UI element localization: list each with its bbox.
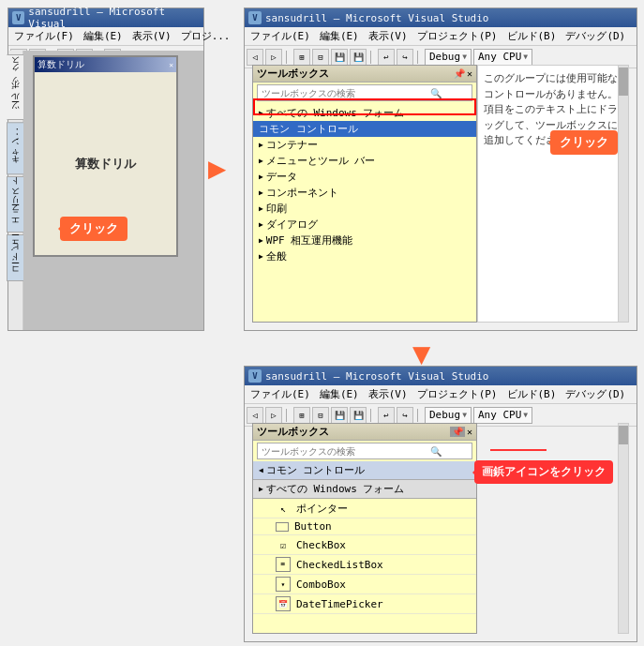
tree-item-9[interactable]: ▶ 全般 — [253, 248, 476, 264]
tree-item-7[interactable]: ▶ ダイアログ — [253, 217, 476, 233]
sidebar-tab-toolbox[interactable]: ツールボックス — [7, 54, 24, 120]
tree-item-0[interactable]: ▶ すべての Windows フォーム — [253, 105, 476, 121]
bt-sep3 — [417, 409, 421, 422]
menu-view[interactable]: 表示(V) — [128, 28, 175, 44]
sidebar-tab-3[interactable]: エラーリスト — [7, 176, 24, 233]
topright-click-label: クリック — [560, 135, 608, 149]
expand-icon-7: ▶ — [259, 220, 263, 229]
bt-menu-view[interactable]: 表示(V) — [365, 386, 412, 402]
category-header[interactable]: ◀ コモン コントロール — [253, 461, 476, 480]
tree-label-8: WPF 相互運用機能 — [266, 233, 353, 248]
topleft-titlebar: V sansudrill – Microsoft Visual — [8, 8, 203, 27]
tr-tb-1[interactable]: ⊞ — [293, 49, 310, 66]
cpu-dropdown[interactable]: Any CPU ▼ — [473, 49, 532, 66]
bottom-toolbox-search-input[interactable] — [262, 446, 430, 457]
comp-datetimepicker[interactable]: 📅 DateTimePicker — [253, 594, 476, 614]
tr-menu-debug[interactable]: デバッグ(D) — [562, 28, 629, 44]
tr-menu-view[interactable]: 表示(V) — [365, 28, 412, 44]
sidebar-tab-2[interactable]: キャン... — [7, 122, 24, 174]
expand-icon-4: ▶ — [259, 173, 263, 181]
bt-menu-proj[interactable]: プロジェクト(P) — [413, 386, 502, 402]
all-forms-label: すべての Windows フォーム — [266, 482, 405, 496]
bottom-toolbox-search-box: 🔍 — [257, 443, 472, 459]
tree-item-2[interactable]: ▶ コンテナー — [253, 137, 476, 153]
form-body-text: 算数ドリル — [75, 156, 136, 173]
comp-combobox-label: ComboBox — [296, 578, 346, 591]
bt-tb-4[interactable]: 💾 — [350, 407, 367, 424]
menu-file[interactable]: ファイル(F) — [10, 28, 78, 44]
tr-menu-build[interactable]: ビルド(B) — [503, 28, 561, 44]
topright-titlebar: V sansudrill – Microsoft Visual Studio — [245, 8, 637, 27]
tr-menu-proj[interactable]: プロジェクト(P) — [413, 28, 502, 44]
tree-label-7: ダイアログ — [266, 218, 318, 232]
comp-checkbox[interactable]: ☑ CheckBox — [253, 535, 476, 555]
comp-checkedlistbox[interactable]: ≡ CheckedListBox — [253, 555, 476, 575]
category-expand-icon: ◀ — [259, 466, 263, 474]
sidebar-tab-4[interactable]: コードビュー — [7, 234, 24, 281]
bottom-balloon-label: 画鋲アイコンをクリック — [482, 465, 606, 478]
toolbox-pin-icon[interactable]: 📌 — [454, 68, 465, 79]
expand-icon-6: ▶ — [259, 204, 263, 213]
comp-checkedlistbox-label: CheckedListBox — [296, 559, 383, 571]
scrollbar-thumb[interactable] — [619, 68, 628, 96]
tree-item-1[interactable]: コモン コントロール — [253, 121, 476, 137]
bt-tb-redo[interactable]: ↪ — [397, 407, 413, 424]
menu-proj[interactable]: プロジ... — [177, 28, 234, 44]
vs-icon-topright: V — [248, 11, 262, 24]
scrollbar-right[interactable] — [618, 65, 629, 323]
bt-menu-edit[interactable]: 編集(E) — [316, 386, 363, 402]
comp-button-label: Button — [294, 520, 332, 533]
comp-button[interactable]: Button — [253, 518, 476, 535]
tree-item-4[interactable]: ▶ データ — [253, 169, 476, 185]
tr-tb-3[interactable]: 💾 — [331, 49, 348, 66]
tr-tb-2[interactable]: ⊟ — [312, 49, 329, 66]
bt-tb-undo[interactable]: ↩ — [378, 407, 395, 424]
tree-item-5[interactable]: ▶ コンポーネント — [253, 185, 476, 201]
bt-scrollbar-right[interactable] — [618, 423, 629, 634]
tr-tb-undo[interactable]: ↩ — [378, 49, 395, 66]
tr-menu-edit[interactable]: 編集(E) — [316, 28, 363, 44]
comp-checkbox-label: CheckBox — [296, 539, 346, 551]
bt-pin-icon[interactable]: 📌 — [450, 427, 465, 437]
comp-pointer[interactable]: ↖ ポインター — [253, 499, 476, 518]
debug-dropdown[interactable]: Debug ▼ — [425, 49, 472, 66]
topright-window: V sansudrill – Microsoft Visual Studio フ… — [244, 8, 637, 331]
toolbox-search-input[interactable] — [262, 88, 430, 98]
bt-tb-1[interactable]: ⊞ — [293, 407, 310, 424]
bt-tb-fwd[interactable]: ▷ — [265, 407, 282, 424]
all-forms-header[interactable]: ▶ すべての Windows フォーム — [253, 480, 476, 499]
tr-tb-redo[interactable]: ↪ — [397, 49, 413, 66]
bottom-titlebar: V sansudrill – Microsoft Visual Studio — [245, 367, 637, 385]
tr-tb-4[interactable]: 💾 — [350, 49, 367, 66]
menu-edit[interactable]: 編集(E) — [80, 28, 127, 44]
bt-debug-label: Debug — [429, 409, 460, 421]
bt-cpu-dropdown[interactable]: Any CPU ▼ — [473, 407, 532, 424]
tree-label-9: 全般 — [266, 249, 287, 263]
tree-item-3[interactable]: ▶ メニューとツール バー — [253, 153, 476, 169]
bt-debug-dropdown[interactable]: Debug ▼ — [425, 407, 472, 424]
bt-menu-build[interactable]: ビルド(B) — [503, 386, 561, 402]
tr-menu-file[interactable]: ファイル(E) — [247, 28, 314, 44]
cpu-label: Any CPU — [478, 51, 521, 63]
bt-menu-debug[interactable]: デバッグ(D) — [562, 386, 629, 402]
bt-sep2 — [370, 409, 374, 422]
tree-label-3: メニューとツール バー — [266, 154, 376, 168]
form-close-btn[interactable]: ✕ — [169, 61, 173, 69]
bt-menu-file[interactable]: ファイル(E) — [247, 386, 314, 402]
balloon-arrow-line — [490, 449, 547, 451]
bt-tb-back[interactable]: ◁ — [247, 407, 263, 424]
tr-tb-fwd[interactable]: ▷ — [265, 49, 282, 66]
bt-search-icon: 🔍 — [430, 446, 442, 457]
bt-tb-2[interactable]: ⊟ — [312, 407, 329, 424]
bt-close-icon[interactable]: ✕ — [467, 427, 472, 437]
topright-main-content: このグループには使用可能なコントロールがありません。項目をこのテキスト上にドラッ… — [477, 65, 629, 323]
bt-scrollbar-thumb[interactable] — [619, 426, 628, 444]
bt-tb-3[interactable]: 💾 — [331, 407, 348, 424]
tree-item-8[interactable]: ▶ WPF 相互運用機能 — [253, 233, 476, 248]
category-label: コモン コントロール — [266, 463, 366, 477]
comp-combobox[interactable]: ▾ ComboBox — [253, 575, 476, 594]
toolbox-close-icon[interactable]: ✕ — [467, 68, 472, 79]
debug-arrow-icon: ▼ — [462, 53, 467, 61]
tree-item-6[interactable]: ▶ 印刷 — [253, 201, 476, 217]
tr-tb-back[interactable]: ◁ — [247, 49, 263, 66]
